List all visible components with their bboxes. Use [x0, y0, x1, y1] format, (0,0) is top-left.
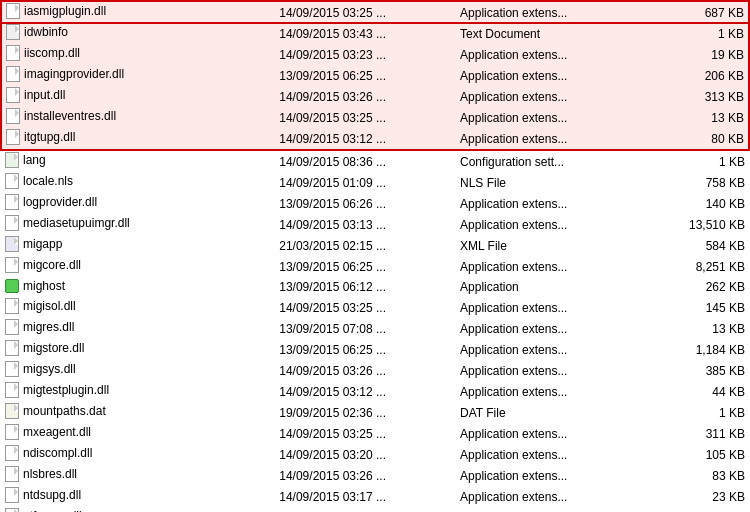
file-icon — [6, 45, 20, 61]
file-icon — [5, 424, 19, 440]
table-row[interactable]: migstore.dll 13/09/2015 06:25 ... Applic… — [1, 339, 749, 360]
table-row[interactable]: input.dll 14/09/2015 03:26 ... Applicati… — [1, 86, 749, 107]
file-name: idwbinfo — [1, 23, 275, 44]
file-type: NLS File — [456, 172, 649, 193]
file-size: 19 KB — [649, 44, 749, 65]
file-name: migisol.dll — [1, 297, 275, 318]
file-name: migsys.dll — [1, 360, 275, 381]
file-size: 1,184 KB — [649, 339, 749, 360]
file-size: 206 KB — [649, 65, 749, 86]
file-icon — [5, 319, 19, 335]
file-date: 13/09/2015 06:26 ... — [275, 193, 456, 214]
file-type: Application extens... — [456, 107, 649, 128]
file-icon — [5, 257, 19, 273]
table-row[interactable]: mxeagent.dll 14/09/2015 03:25 ... Applic… — [1, 423, 749, 444]
table-row[interactable]: migapp 21/03/2015 02:15 ... XML File 584… — [1, 235, 749, 256]
table-row[interactable]: ndiscompl.dll 14/09/2015 03:20 ... Appli… — [1, 444, 749, 465]
table-row[interactable]: mediasetupuimgr.dll 14/09/2015 03:13 ...… — [1, 214, 749, 235]
file-type: Application extens... — [456, 256, 649, 277]
file-size: 262 KB — [649, 277, 749, 297]
file-name: nlsbres.dll — [1, 465, 275, 486]
table-row[interactable]: itgtupg.dll 14/09/2015 03:12 ... Applica… — [1, 128, 749, 150]
table-row[interactable]: migsys.dll 14/09/2015 03:26 ... Applicat… — [1, 360, 749, 381]
file-icon — [5, 382, 19, 398]
file-size: 140 KB — [649, 193, 749, 214]
file-type: Application extens... — [456, 486, 649, 507]
file-type: Application extens... — [456, 44, 649, 65]
file-size: 47 KB — [649, 507, 749, 512]
file-date: 14/09/2015 03:26 ... — [275, 360, 456, 381]
table-row[interactable]: iasmigplugin.dll 14/09/2015 03:25 ... Ap… — [1, 1, 749, 23]
file-icon — [5, 215, 19, 231]
file-icon — [5, 508, 19, 512]
file-type: Configuration sett... — [456, 150, 649, 172]
file-name: input.dll — [1, 86, 275, 107]
file-date: 14/09/2015 03:13 ... — [275, 214, 456, 235]
file-type: Application extens... — [456, 360, 649, 381]
file-date: 14/09/2015 03:25 ... — [275, 1, 456, 23]
file-name: imagingprovider.dll — [1, 65, 275, 86]
file-icon — [5, 194, 19, 210]
file-size: 13 KB — [649, 318, 749, 339]
table-row[interactable]: imagingprovider.dll 13/09/2015 06:25 ...… — [1, 65, 749, 86]
file-icon — [5, 466, 19, 482]
file-type: Application extens... — [456, 423, 649, 444]
file-name: mighost — [1, 277, 275, 297]
file-type: Application extens... — [456, 65, 649, 86]
file-size: 105 KB — [649, 444, 749, 465]
file-icon — [5, 403, 19, 419]
table-row[interactable]: installeventres.dll 14/09/2015 03:25 ...… — [1, 107, 749, 128]
table-row[interactable]: ntfrsupg.dll 14/09/2015 03:17 ... Applic… — [1, 507, 749, 512]
file-name: migapp — [1, 235, 275, 256]
file-type: Application extens... — [456, 214, 649, 235]
file-icon — [5, 487, 19, 503]
file-type: Application extens... — [456, 381, 649, 402]
file-date: 14/09/2015 03:26 ... — [275, 86, 456, 107]
file-date: 14/09/2015 03:43 ... — [275, 23, 456, 44]
file-name: locale.nls — [1, 172, 275, 193]
file-date: 14/09/2015 03:12 ... — [275, 381, 456, 402]
table-row[interactable]: locale.nls 14/09/2015 01:09 ... NLS File… — [1, 172, 749, 193]
table-row[interactable]: lang 14/09/2015 08:36 ... Configuration … — [1, 150, 749, 172]
table-row[interactable]: mountpaths.dat 19/09/2015 02:36 ... DAT … — [1, 402, 749, 423]
table-row[interactable]: nlsbres.dll 14/09/2015 03:26 ... Applica… — [1, 465, 749, 486]
file-size: 1 KB — [649, 23, 749, 44]
file-date: 14/09/2015 03:17 ... — [275, 486, 456, 507]
file-type: Application extens... — [456, 193, 649, 214]
file-list-container: iasmigplugin.dll 14/09/2015 03:25 ... Ap… — [0, 0, 750, 512]
table-row[interactable]: ntdsupg.dll 14/09/2015 03:17 ... Applica… — [1, 486, 749, 507]
file-name: migtestplugin.dll — [1, 381, 275, 402]
file-size: 385 KB — [649, 360, 749, 381]
file-date: 14/09/2015 03:17 ... — [275, 507, 456, 512]
file-name: ntdsupg.dll — [1, 486, 275, 507]
file-size: 13,510 KB — [649, 214, 749, 235]
table-row[interactable]: idwbinfo 14/09/2015 03:43 ... Text Docum… — [1, 23, 749, 44]
file-size: 311 KB — [649, 423, 749, 444]
file-icon — [6, 3, 20, 19]
file-icon — [6, 87, 20, 103]
file-date: 14/09/2015 03:23 ... — [275, 44, 456, 65]
table-row[interactable]: migtestplugin.dll 14/09/2015 03:12 ... A… — [1, 381, 749, 402]
file-type: Application extens... — [456, 507, 649, 512]
table-row[interactable]: iiscomp.dll 14/09/2015 03:23 ... Applica… — [1, 44, 749, 65]
file-name: migcore.dll — [1, 256, 275, 277]
file-date: 19/09/2015 02:36 ... — [275, 402, 456, 423]
file-date: 13/09/2015 06:25 ... — [275, 65, 456, 86]
file-date: 13/09/2015 06:25 ... — [275, 256, 456, 277]
table-row[interactable]: migisol.dll 14/09/2015 03:25 ... Applica… — [1, 297, 749, 318]
table-row[interactable]: mighost 13/09/2015 06:12 ... Application… — [1, 277, 749, 297]
file-size: 145 KB — [649, 297, 749, 318]
file-date: 14/09/2015 03:20 ... — [275, 444, 456, 465]
file-type: Application extens... — [456, 86, 649, 107]
file-type: Application extens... — [456, 465, 649, 486]
file-name: mxeagent.dll — [1, 423, 275, 444]
file-name: iasmigplugin.dll — [1, 1, 275, 23]
table-row[interactable]: migres.dll 13/09/2015 07:08 ... Applicat… — [1, 318, 749, 339]
file-type: Application extens... — [456, 1, 649, 23]
file-name: itgtupg.dll — [1, 128, 275, 150]
file-size: 44 KB — [649, 381, 749, 402]
file-date: 13/09/2015 07:08 ... — [275, 318, 456, 339]
file-date: 14/09/2015 03:25 ... — [275, 423, 456, 444]
table-row[interactable]: migcore.dll 13/09/2015 06:25 ... Applica… — [1, 256, 749, 277]
table-row[interactable]: logprovider.dll 13/09/2015 06:26 ... App… — [1, 193, 749, 214]
